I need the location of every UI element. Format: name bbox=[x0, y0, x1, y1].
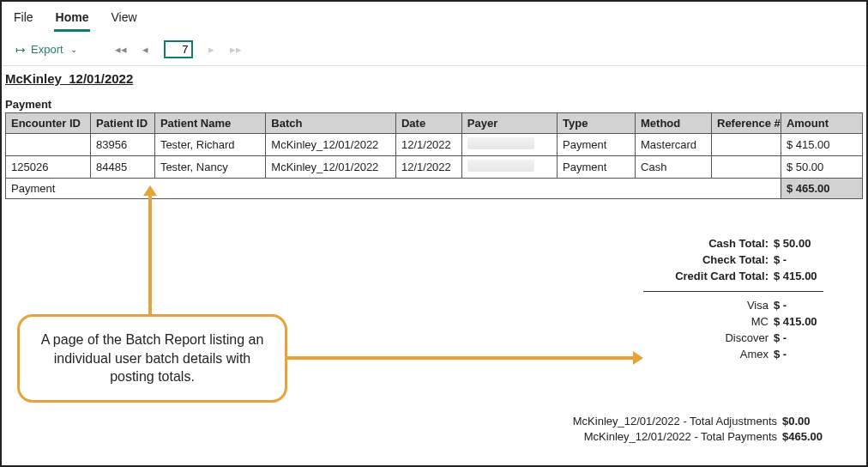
summary-divider bbox=[643, 291, 823, 292]
cell-encounter: 125026 bbox=[6, 156, 91, 179]
col-method: Method bbox=[636, 113, 712, 134]
col-payer: Payer bbox=[461, 113, 557, 134]
cell-method: Cash bbox=[636, 156, 712, 179]
cell-patient-id: 83956 bbox=[91, 134, 155, 156]
cell-payer bbox=[461, 134, 557, 156]
cc-total-label: Credit Card Total: bbox=[657, 270, 769, 282]
total-payments-label: McKinley_12/01/2022 - Total Payments bbox=[584, 430, 777, 443]
col-patient-name: Patient Name bbox=[154, 113, 265, 134]
col-patient-id: Patient ID bbox=[91, 113, 155, 134]
callout-text: A page of the Batch Report listing an in… bbox=[41, 332, 264, 384]
redacted-block bbox=[467, 160, 535, 172]
cell-amount: $ 415.00 bbox=[781, 134, 862, 156]
cell-date: 12/1/2022 bbox=[395, 134, 461, 156]
redacted-block bbox=[467, 137, 535, 149]
cell-date: 12/1/2022 bbox=[395, 156, 461, 179]
export-icon: ↦ bbox=[15, 43, 26, 57]
summary-block: Cash Total:$ 50.00 Check Total:$ - Credi… bbox=[643, 234, 823, 364]
total-payments-value: $465.00 bbox=[777, 430, 823, 443]
payment-table: Encounter ID Patient ID Patient Name Bat… bbox=[5, 112, 863, 199]
col-type: Type bbox=[558, 113, 636, 134]
mc-value: $ 415.00 bbox=[769, 315, 823, 328]
footer-amount: $ 465.00 bbox=[781, 179, 862, 199]
toolbar: ↦ Export ⌄ ◂◂ ◂ ▸ ▸▸ bbox=[2, 32, 866, 66]
section-label: Payment bbox=[5, 98, 863, 112]
table-row: 83956 Tester, Richard McKinley_12/01/202… bbox=[6, 134, 863, 156]
annotation-callout: A page of the Batch Report listing an in… bbox=[17, 314, 287, 403]
batch-title: McKinley_12/01/2022 bbox=[5, 71, 133, 98]
discover-label: Discover bbox=[657, 331, 769, 344]
table-header-row: Encounter ID Patient ID Patient Name Bat… bbox=[6, 113, 863, 134]
report-body: McKinley_12/01/2022 Payment Encounter ID… bbox=[2, 66, 866, 199]
prev-page-button[interactable]: ◂ bbox=[142, 43, 148, 56]
col-amount: Amount bbox=[781, 113, 862, 134]
cell-type: Payment bbox=[558, 134, 636, 156]
chevron-down-icon: ⌄ bbox=[70, 45, 77, 54]
amex-value: $ - bbox=[769, 348, 823, 361]
cash-total-label: Cash Total: bbox=[657, 237, 769, 250]
cell-encounter bbox=[6, 134, 91, 156]
col-reference: Reference # bbox=[712, 113, 781, 134]
export-button[interactable]: ↦ Export ⌄ bbox=[12, 41, 81, 58]
col-batch: Batch bbox=[266, 113, 396, 134]
cell-type: Payment bbox=[558, 156, 636, 179]
discover-value: $ - bbox=[769, 331, 823, 344]
cell-patient-name: Tester, Nancy bbox=[154, 156, 265, 179]
annotation-arrow-right bbox=[287, 356, 635, 360]
visa-value: $ - bbox=[769, 299, 823, 312]
menu-file[interactable]: File bbox=[12, 7, 35, 32]
pager: ◂◂ ◂ ▸ ▸▸ bbox=[115, 40, 242, 58]
final-totals: McKinley_12/01/2022 - Total Adjustments$… bbox=[573, 412, 823, 446]
cell-ref bbox=[712, 156, 781, 179]
cell-patient-name: Tester, Richard bbox=[154, 134, 265, 156]
cash-total-value: $ 50.00 bbox=[769, 237, 823, 250]
col-encounter-id: Encounter ID bbox=[6, 113, 91, 134]
footer-label: Payment bbox=[6, 179, 781, 199]
visa-label: Visa bbox=[657, 299, 769, 312]
mc-label: MC bbox=[657, 315, 769, 328]
table-row: 125026 84485 Tester, Nancy McKinley_12/0… bbox=[6, 156, 863, 179]
amex-label: Amex bbox=[657, 348, 769, 361]
menubar: File Home View bbox=[2, 2, 866, 32]
menu-view[interactable]: View bbox=[109, 7, 138, 32]
cell-method: Mastercard bbox=[636, 134, 712, 156]
first-page-button[interactable]: ◂◂ bbox=[115, 43, 127, 56]
cell-batch: McKinley_12/01/2022 bbox=[266, 156, 396, 179]
cell-payer bbox=[461, 156, 557, 179]
check-total-label: Check Total: bbox=[657, 253, 769, 266]
total-adjustments-value: $0.00 bbox=[777, 415, 823, 428]
col-date: Date bbox=[395, 113, 461, 134]
cc-total-value: $ 415.00 bbox=[769, 270, 823, 282]
cell-batch: McKinley_12/01/2022 bbox=[266, 134, 396, 156]
table-footer-row: Payment $ 465.00 bbox=[6, 179, 863, 199]
page-number-input[interactable] bbox=[164, 40, 193, 58]
menu-home[interactable]: Home bbox=[54, 7, 91, 32]
total-adjustments-label: McKinley_12/01/2022 - Total Adjustments bbox=[573, 415, 777, 428]
next-page-button[interactable]: ▸ bbox=[208, 43, 214, 56]
cell-ref bbox=[712, 134, 781, 156]
export-label: Export bbox=[31, 43, 63, 56]
cell-patient-id: 84485 bbox=[91, 156, 155, 179]
annotation-arrow-up bbox=[148, 194, 152, 314]
check-total-value: $ - bbox=[769, 253, 823, 266]
cell-amount: $ 50.00 bbox=[781, 156, 862, 179]
last-page-button[interactable]: ▸▸ bbox=[230, 43, 242, 56]
